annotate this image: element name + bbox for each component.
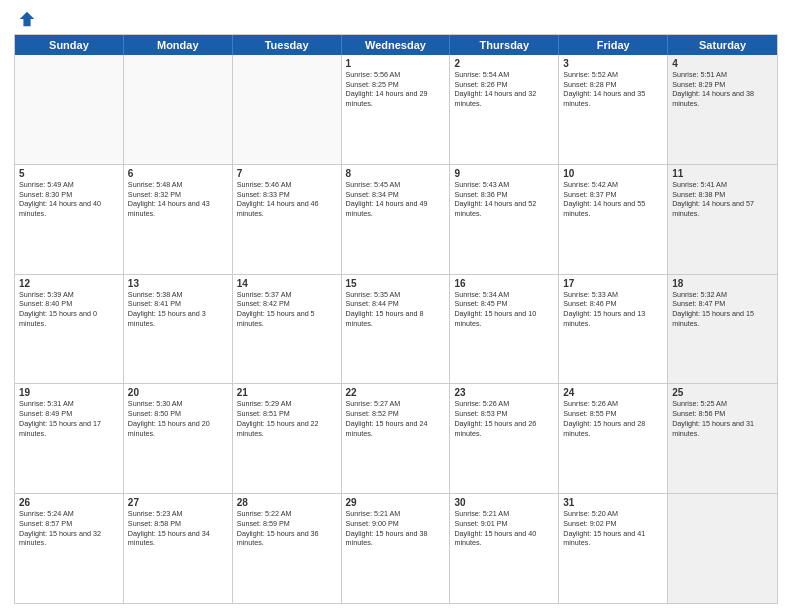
- cal-cell-empty-0: [15, 55, 124, 164]
- cell-info: Sunrise: 5:22 AMSunset: 8:59 PMDaylight:…: [237, 509, 337, 548]
- cal-cell-30: 30Sunrise: 5:21 AMSunset: 9:01 PMDayligh…: [450, 494, 559, 603]
- cell-info: Sunrise: 5:52 AMSunset: 8:28 PMDaylight:…: [563, 70, 663, 109]
- day-number: 10: [563, 168, 663, 179]
- day-number: 12: [19, 278, 119, 289]
- cell-info: Sunrise: 5:35 AMSunset: 8:44 PMDaylight:…: [346, 290, 446, 329]
- day-number: 20: [128, 387, 228, 398]
- day-number: 28: [237, 497, 337, 508]
- cal-cell-empty-1: [124, 55, 233, 164]
- page: SundayMondayTuesdayWednesdayThursdayFrid…: [0, 0, 792, 612]
- day-number: 1: [346, 58, 446, 69]
- cal-cell-11: 11Sunrise: 5:41 AMSunset: 8:38 PMDayligh…: [668, 165, 777, 274]
- cal-cell-5: 5Sunrise: 5:49 AMSunset: 8:30 PMDaylight…: [15, 165, 124, 274]
- day-number: 30: [454, 497, 554, 508]
- cal-cell-empty-6: [668, 494, 777, 603]
- day-number: 6: [128, 168, 228, 179]
- week-row-0: 1Sunrise: 5:56 AMSunset: 8:25 PMDaylight…: [15, 55, 777, 164]
- day-number: 17: [563, 278, 663, 289]
- day-number: 21: [237, 387, 337, 398]
- cell-info: Sunrise: 5:56 AMSunset: 8:25 PMDaylight:…: [346, 70, 446, 109]
- header-day-thursday: Thursday: [450, 35, 559, 55]
- calendar-header: SundayMondayTuesdayWednesdayThursdayFrid…: [15, 35, 777, 55]
- cal-cell-8: 8Sunrise: 5:45 AMSunset: 8:34 PMDaylight…: [342, 165, 451, 274]
- day-number: 29: [346, 497, 446, 508]
- cell-info: Sunrise: 5:30 AMSunset: 8:50 PMDaylight:…: [128, 399, 228, 438]
- cal-cell-18: 18Sunrise: 5:32 AMSunset: 8:47 PMDayligh…: [668, 275, 777, 384]
- header: [14, 10, 778, 28]
- cal-cell-15: 15Sunrise: 5:35 AMSunset: 8:44 PMDayligh…: [342, 275, 451, 384]
- cell-info: Sunrise: 5:54 AMSunset: 8:26 PMDaylight:…: [454, 70, 554, 109]
- week-row-1: 5Sunrise: 5:49 AMSunset: 8:30 PMDaylight…: [15, 164, 777, 274]
- cell-info: Sunrise: 5:43 AMSunset: 8:36 PMDaylight:…: [454, 180, 554, 219]
- header-day-wednesday: Wednesday: [342, 35, 451, 55]
- cal-cell-23: 23Sunrise: 5:26 AMSunset: 8:53 PMDayligh…: [450, 384, 559, 493]
- cal-cell-3: 3Sunrise: 5:52 AMSunset: 8:28 PMDaylight…: [559, 55, 668, 164]
- day-number: 2: [454, 58, 554, 69]
- cal-cell-24: 24Sunrise: 5:26 AMSunset: 8:55 PMDayligh…: [559, 384, 668, 493]
- day-number: 5: [19, 168, 119, 179]
- week-row-2: 12Sunrise: 5:39 AMSunset: 8:40 PMDayligh…: [15, 274, 777, 384]
- cal-cell-25: 25Sunrise: 5:25 AMSunset: 8:56 PMDayligh…: [668, 384, 777, 493]
- svg-marker-0: [20, 12, 34, 26]
- cell-info: Sunrise: 5:32 AMSunset: 8:47 PMDaylight:…: [672, 290, 773, 329]
- header-day-monday: Monday: [124, 35, 233, 55]
- cal-cell-6: 6Sunrise: 5:48 AMSunset: 8:32 PMDaylight…: [124, 165, 233, 274]
- cal-cell-31: 31Sunrise: 5:20 AMSunset: 9:02 PMDayligh…: [559, 494, 668, 603]
- cell-info: Sunrise: 5:42 AMSunset: 8:37 PMDaylight:…: [563, 180, 663, 219]
- cal-cell-27: 27Sunrise: 5:23 AMSunset: 8:58 PMDayligh…: [124, 494, 233, 603]
- cal-cell-21: 21Sunrise: 5:29 AMSunset: 8:51 PMDayligh…: [233, 384, 342, 493]
- week-row-4: 26Sunrise: 5:24 AMSunset: 8:57 PMDayligh…: [15, 493, 777, 603]
- cal-cell-19: 19Sunrise: 5:31 AMSunset: 8:49 PMDayligh…: [15, 384, 124, 493]
- logo-icon: [18, 10, 36, 28]
- day-number: 16: [454, 278, 554, 289]
- cal-cell-29: 29Sunrise: 5:21 AMSunset: 9:00 PMDayligh…: [342, 494, 451, 603]
- cell-info: Sunrise: 5:21 AMSunset: 9:01 PMDaylight:…: [454, 509, 554, 548]
- cal-cell-2: 2Sunrise: 5:54 AMSunset: 8:26 PMDaylight…: [450, 55, 559, 164]
- day-number: 13: [128, 278, 228, 289]
- cell-info: Sunrise: 5:24 AMSunset: 8:57 PMDaylight:…: [19, 509, 119, 548]
- cell-info: Sunrise: 5:26 AMSunset: 8:53 PMDaylight:…: [454, 399, 554, 438]
- day-number: 18: [672, 278, 773, 289]
- cal-cell-20: 20Sunrise: 5:30 AMSunset: 8:50 PMDayligh…: [124, 384, 233, 493]
- cell-info: Sunrise: 5:46 AMSunset: 8:33 PMDaylight:…: [237, 180, 337, 219]
- logo: [14, 10, 36, 28]
- cal-cell-16: 16Sunrise: 5:34 AMSunset: 8:45 PMDayligh…: [450, 275, 559, 384]
- day-number: 3: [563, 58, 663, 69]
- cal-cell-28: 28Sunrise: 5:22 AMSunset: 8:59 PMDayligh…: [233, 494, 342, 603]
- header-day-saturday: Saturday: [668, 35, 777, 55]
- calendar: SundayMondayTuesdayWednesdayThursdayFrid…: [14, 34, 778, 604]
- header-day-tuesday: Tuesday: [233, 35, 342, 55]
- cell-info: Sunrise: 5:48 AMSunset: 8:32 PMDaylight:…: [128, 180, 228, 219]
- day-number: 25: [672, 387, 773, 398]
- header-day-sunday: Sunday: [15, 35, 124, 55]
- cell-info: Sunrise: 5:37 AMSunset: 8:42 PMDaylight:…: [237, 290, 337, 329]
- cell-info: Sunrise: 5:21 AMSunset: 9:00 PMDaylight:…: [346, 509, 446, 548]
- cell-info: Sunrise: 5:20 AMSunset: 9:02 PMDaylight:…: [563, 509, 663, 548]
- cell-info: Sunrise: 5:45 AMSunset: 8:34 PMDaylight:…: [346, 180, 446, 219]
- cell-info: Sunrise: 5:27 AMSunset: 8:52 PMDaylight:…: [346, 399, 446, 438]
- day-number: 26: [19, 497, 119, 508]
- cal-cell-9: 9Sunrise: 5:43 AMSunset: 8:36 PMDaylight…: [450, 165, 559, 274]
- day-number: 24: [563, 387, 663, 398]
- day-number: 14: [237, 278, 337, 289]
- day-number: 15: [346, 278, 446, 289]
- cal-cell-10: 10Sunrise: 5:42 AMSunset: 8:37 PMDayligh…: [559, 165, 668, 274]
- day-number: 7: [237, 168, 337, 179]
- cell-info: Sunrise: 5:29 AMSunset: 8:51 PMDaylight:…: [237, 399, 337, 438]
- cell-info: Sunrise: 5:33 AMSunset: 8:46 PMDaylight:…: [563, 290, 663, 329]
- header-day-friday: Friday: [559, 35, 668, 55]
- day-number: 23: [454, 387, 554, 398]
- cell-info: Sunrise: 5:39 AMSunset: 8:40 PMDaylight:…: [19, 290, 119, 329]
- day-number: 11: [672, 168, 773, 179]
- cell-info: Sunrise: 5:23 AMSunset: 8:58 PMDaylight:…: [128, 509, 228, 548]
- cell-info: Sunrise: 5:31 AMSunset: 8:49 PMDaylight:…: [19, 399, 119, 438]
- cal-cell-26: 26Sunrise: 5:24 AMSunset: 8:57 PMDayligh…: [15, 494, 124, 603]
- cal-cell-17: 17Sunrise: 5:33 AMSunset: 8:46 PMDayligh…: [559, 275, 668, 384]
- day-number: 4: [672, 58, 773, 69]
- cal-cell-13: 13Sunrise: 5:38 AMSunset: 8:41 PMDayligh…: [124, 275, 233, 384]
- day-number: 19: [19, 387, 119, 398]
- cell-info: Sunrise: 5:51 AMSunset: 8:29 PMDaylight:…: [672, 70, 773, 109]
- cal-cell-22: 22Sunrise: 5:27 AMSunset: 8:52 PMDayligh…: [342, 384, 451, 493]
- week-row-3: 19Sunrise: 5:31 AMSunset: 8:49 PMDayligh…: [15, 383, 777, 493]
- cell-info: Sunrise: 5:26 AMSunset: 8:55 PMDaylight:…: [563, 399, 663, 438]
